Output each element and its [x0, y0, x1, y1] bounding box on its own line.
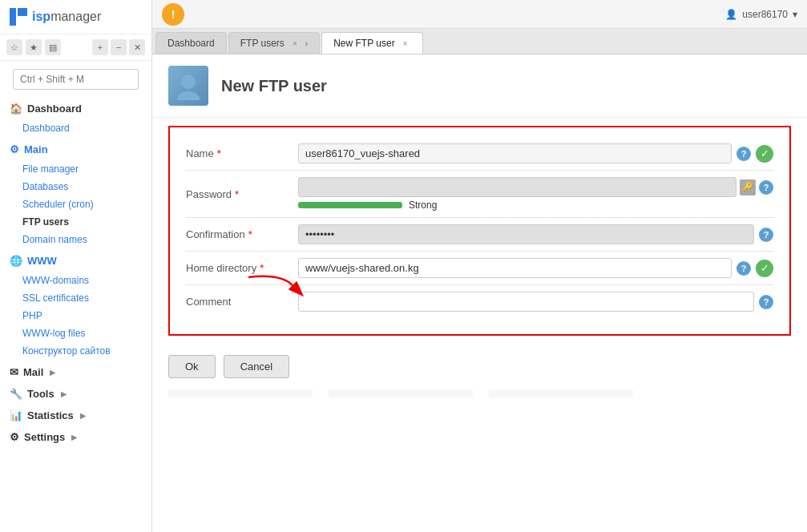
tab-ftp-users-arrow: ›	[305, 39, 308, 48]
sidebar-section-dashboard: 🏠 Dashboard Dashboard	[0, 98, 151, 137]
sidebar-item-constructor[interactable]: Конструктор сайтов	[0, 342, 151, 360]
field-home-directory: ? ✓	[298, 258, 773, 278]
password-gen-icon[interactable]: 🔑	[740, 179, 756, 195]
settings-icon: ⚙	[10, 431, 19, 443]
input-password[interactable]	[298, 177, 736, 197]
tab-new-ftp-user-label: New FTP user	[333, 38, 394, 49]
svg-point-2	[181, 75, 196, 89]
logo-icon	[10, 8, 27, 26]
label-comment: Comment	[186, 296, 298, 308]
sidebar-header-www[interactable]: 🌐 WWW	[0, 250, 151, 272]
ftp-user-panel: New FTP user Name* ? ✓	[152, 54, 807, 389]
tab-new-ftp-user-close[interactable]: ×	[400, 38, 411, 49]
www-icon: 🌐	[10, 255, 22, 267]
sidebar-header-dashboard[interactable]: 🏠 Dashboard	[0, 98, 151, 119]
search-container	[0, 61, 151, 98]
sidebar-item-www-domains[interactable]: WWW-domains	[0, 272, 151, 289]
settings-expand-arrow: ▶	[71, 433, 77, 441]
ftp-panel-header: New FTP user	[152, 54, 807, 118]
tab-ftp-users[interactable]: FTP users × ›	[228, 32, 320, 54]
sidebar-item-ssl-certificates[interactable]: SSL certificates	[0, 289, 151, 307]
remove-btn[interactable]: −	[111, 39, 127, 55]
sidebar-item-php[interactable]: PHP	[0, 307, 151, 324]
top-bar-right: 👤 user86170 ▾	[725, 9, 797, 20]
search-input[interactable]	[13, 69, 139, 90]
help-icon-confirmation[interactable]: ?	[759, 228, 773, 242]
required-star-confirmation: *	[248, 228, 252, 240]
user-avatar-icon: 👤	[725, 9, 737, 20]
check-icon-home: ✓	[756, 260, 773, 277]
label-name: Name*	[186, 147, 298, 159]
field-comment: ?	[298, 292, 773, 312]
sidebar-item-file-manager[interactable]: File manager	[0, 160, 151, 178]
sidebar-item-dashboard[interactable]: Dashboard	[0, 119, 151, 137]
password-input-wrap	[298, 177, 736, 197]
label-confirmation: Confirmation*	[186, 228, 298, 240]
sidebar-tools-label: Tools	[27, 388, 54, 400]
tabs-bar: Dashboard FTP users × › New FTP user ×	[152, 29, 807, 54]
dialog-overlay: New FTP user Name* ? ✓	[152, 54, 807, 532]
user-label: user86170	[742, 9, 788, 20]
help-icon-home[interactable]: ?	[736, 261, 751, 276]
sidebar-header-main[interactable]: ⚙ Main	[0, 139, 151, 160]
sidebar-item-databases[interactable]: Databases	[0, 178, 151, 195]
password-input-row: 🔑 ?	[298, 177, 773, 197]
top-bar-left: !	[162, 3, 184, 26]
tab-new-ftp-user[interactable]: New FTP user ×	[321, 32, 422, 54]
ok-button[interactable]: Ok	[168, 355, 216, 378]
sidebar-item-scheduler[interactable]: Scheduler (cron)	[0, 195, 151, 213]
help-icon-password[interactable]: ?	[759, 180, 773, 195]
sidebar-item-ftp-users[interactable]: FTP users	[0, 213, 151, 231]
sidebar-main-label: Main	[24, 143, 48, 155]
user-dropdown-icon[interactable]: ▾	[793, 9, 797, 20]
tab-dashboard[interactable]: Dashboard	[155, 32, 227, 54]
ftp-avatar	[168, 66, 208, 106]
sidebar-section-www: 🌐 WWW WWW-domains SSL certificates PHP W…	[0, 250, 151, 360]
menu-btn[interactable]: ✕	[129, 39, 145, 55]
strength-bar-wrap: Strong	[298, 200, 773, 211]
strength-label: Strong	[409, 200, 437, 211]
tab-dashboard-label: Dashboard	[167, 38, 215, 49]
sidebar-section-settings[interactable]: ⚙ Settings ▶	[0, 426, 151, 448]
form-buttons: Ok Cancel	[152, 344, 807, 389]
cancel-button[interactable]: Cancel	[224, 355, 289, 378]
form-row-confirmation: Confirmation* ?	[186, 218, 773, 252]
doc-icon[interactable]: ▤	[45, 39, 61, 55]
tools-expand-arrow: ▶	[61, 390, 67, 398]
statistics-expand-arrow: ▶	[80, 412, 86, 420]
tab-ftp-users-label: FTP users	[240, 38, 284, 49]
warning-icon[interactable]: !	[162, 3, 184, 26]
field-password: 🔑 ? Strong	[298, 177, 773, 211]
input-confirmation[interactable]	[298, 224, 754, 244]
add-btn[interactable]: +	[92, 39, 108, 55]
sidebar-section-statistics[interactable]: 📊 Statistics ▶	[0, 405, 151, 426]
help-icon-name[interactable]: ?	[736, 147, 751, 161]
main-content: ! 👤 user86170 ▾ Dashboard FTP users × › …	[152, 0, 807, 532]
logo: ispmanager	[0, 0, 151, 34]
form-row-name: Name* ? ✓	[186, 137, 773, 171]
star-icon[interactable]: ★	[26, 39, 42, 55]
sidebar-section-tools[interactable]: 🔧 Tools ▶	[0, 383, 151, 405]
tab-ftp-users-close[interactable]: ×	[289, 38, 301, 49]
sidebar-www-label: WWW	[27, 255, 57, 267]
content-area: Available specific runners Build and Dep…	[152, 54, 807, 532]
sidebar: ispmanager ☆ ★ ▤ + − ✕ 🏠 Dashboard Dashb…	[0, 0, 152, 532]
svg-point-3	[177, 91, 200, 100]
required-star-name: *	[217, 147, 221, 159]
add-icon[interactable]: ☆	[6, 39, 22, 55]
svg-rect-1	[18, 8, 27, 16]
input-name[interactable]	[298, 143, 732, 163]
help-icon-comment[interactable]: ?	[759, 295, 773, 309]
svg-rect-0	[10, 8, 16, 26]
sidebar-item-www-log-files[interactable]: WWW-log files	[0, 324, 151, 342]
input-comment[interactable]	[298, 292, 754, 312]
statistics-icon: 📊	[10, 409, 22, 421]
sidebar-section-main: ⚙ Main File manager Databases Scheduler …	[0, 139, 151, 248]
required-star-home: *	[260, 262, 264, 274]
tools-icon: 🔧	[10, 388, 22, 400]
sidebar-section-mail[interactable]: ✉ Mail ▶	[0, 361, 151, 383]
mail-expand-arrow: ▶	[50, 369, 55, 377]
sidebar-item-domain-names[interactable]: Domain names	[0, 231, 151, 248]
label-home-directory: Home directory*	[186, 262, 298, 274]
input-home-directory[interactable]	[298, 258, 732, 278]
